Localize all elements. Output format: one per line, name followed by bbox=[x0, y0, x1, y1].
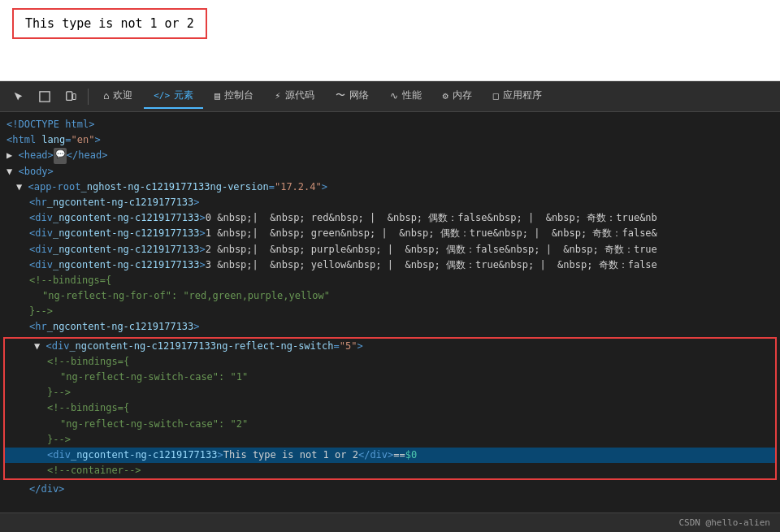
code-line-doctype: <!DOCTYPE html> bbox=[0, 117, 780, 132]
toolbar-separator bbox=[88, 89, 89, 105]
code-line-head: ▶ <head>💬</head> bbox=[0, 148, 780, 163]
code-line-div-close: </div> bbox=[0, 482, 780, 497]
code-line-div0: <div _ngcontent-ng-c1219177133> 0 &nbsp;… bbox=[0, 210, 780, 226]
code-line-hr1: <hr _ngcontent-ng-c1219177133> bbox=[0, 195, 780, 210]
code-line-sw-bind1-open: <!--bindings={ bbox=[5, 354, 775, 370]
tab-application-label: 应用程序 bbox=[503, 89, 542, 102]
devtools-toolbar: ⌂ 欢迎 </> 元素 ▤ 控制台 ⚡ 源代码 〜 网络 ∿ 性能 ⚙ 内存 □ bbox=[0, 81, 780, 112]
code-line-hr2: <hr _ngcontent-ng-c1219177133> bbox=[0, 319, 780, 335]
code-line-active: <div _ngcontent-ng-c1219177133>This type… bbox=[5, 448, 775, 463]
console-icon: ▤ bbox=[214, 90, 220, 102]
bottom-bar: CSDN @hello-alien bbox=[0, 513, 780, 532]
tab-performance-label: 性能 bbox=[402, 89, 422, 102]
svg-rect-2 bbox=[73, 93, 76, 99]
tab-memory[interactable]: ⚙ 内存 bbox=[433, 84, 482, 109]
code-line-div2: <div _ngcontent-ng-c1219177133> 2 &nbsp;… bbox=[0, 242, 780, 257]
code-line-sw-bind2-open: <!--bindings={ bbox=[5, 400, 775, 416]
tab-performance[interactable]: ∿ 性能 bbox=[380, 84, 431, 109]
tab-elements-label: 元素 bbox=[174, 89, 193, 102]
app-icon: □ bbox=[493, 90, 499, 102]
tab-elements[interactable]: </> 元素 bbox=[144, 84, 203, 109]
code-line-bindings-close: }--> bbox=[0, 304, 780, 319]
tab-console[interactable]: ▤ 控制台 bbox=[205, 84, 263, 109]
tab-welcome[interactable]: ⌂ 欢迎 bbox=[93, 84, 142, 109]
tab-memory-label: 内存 bbox=[453, 89, 472, 102]
tab-welcome-label: 欢迎 bbox=[113, 89, 132, 102]
cursor-tool-icon[interactable] bbox=[6, 88, 31, 106]
svg-rect-1 bbox=[67, 91, 72, 100]
highlighted-block: ▼ <div _ngcontent-ng-c1219177133 ng-refl… bbox=[3, 337, 777, 481]
tab-console-label: 控制台 bbox=[224, 89, 254, 102]
error-message-box: This type is not 1 or 2 bbox=[12, 8, 207, 39]
top-section: This type is not 1 or 2 bbox=[0, 0, 780, 81]
tab-network[interactable]: 〜 网络 bbox=[326, 84, 379, 109]
sources-icon: ⚡ bbox=[275, 90, 280, 102]
device-icon[interactable] bbox=[58, 88, 83, 106]
memory-icon: ⚙ bbox=[443, 90, 448, 102]
tab-sources-label: 源代码 bbox=[285, 89, 314, 102]
welcome-icon: ⌂ bbox=[103, 90, 109, 102]
svg-rect-0 bbox=[40, 91, 50, 101]
code-line-body: ▼ <body> bbox=[0, 164, 780, 179]
tab-network-label: 网络 bbox=[349, 89, 369, 102]
code-line-container-comment: <!--container--> bbox=[5, 463, 775, 478]
code-line-sw-bind1-close: }--> bbox=[5, 385, 775, 400]
inspect-box-icon[interactable] bbox=[32, 88, 57, 106]
tab-sources[interactable]: ⚡ 源代码 bbox=[265, 84, 323, 109]
tab-application[interactable]: □ 应用程序 bbox=[483, 84, 552, 109]
code-line-html: <html lang="en"> bbox=[0, 132, 780, 148]
code-line-sw-bind2-close: }--> bbox=[5, 432, 775, 448]
perf-icon: ∿ bbox=[390, 90, 398, 102]
code-line-sw-bind1-val: "ng-reflect-ng-switch-case": "1" bbox=[5, 370, 775, 385]
code-line-bindings-open: <!--bindings={ bbox=[0, 273, 780, 288]
network-icon: 〜 bbox=[336, 89, 345, 102]
code-line-switch-div: ▼ <div _ngcontent-ng-c1219177133 ng-refl… bbox=[5, 339, 775, 354]
code-line-div1: <div _ngcontent-ng-c1219177133> 1 &nbsp;… bbox=[0, 226, 780, 241]
error-text: This type is not 1 or 2 bbox=[25, 16, 194, 31]
code-line-div3: <div _ngcontent-ng-c1219177133> 3 &nbsp;… bbox=[0, 257, 780, 273]
credit-text: CSDN @hello-alien bbox=[678, 517, 770, 528]
code-area[interactable]: <!DOCTYPE html> <html lang="en"> ▶ <head… bbox=[0, 112, 780, 513]
devtools-panel: ⌂ 欢迎 </> 元素 ▤ 控制台 ⚡ 源代码 〜 网络 ∿ 性能 ⚙ 内存 □ bbox=[0, 81, 780, 532]
elements-icon: </> bbox=[154, 90, 170, 101]
code-line-approot: ▼ <app-root _nghost-ng-c1219177133 ng-ve… bbox=[0, 179, 780, 195]
code-line-bindings-val: "ng-reflect-ng-for-of": "red,green,purpl… bbox=[0, 288, 780, 304]
code-line-sw-bind2-val: "ng-reflect-ng-switch-case": "2" bbox=[5, 417, 775, 432]
